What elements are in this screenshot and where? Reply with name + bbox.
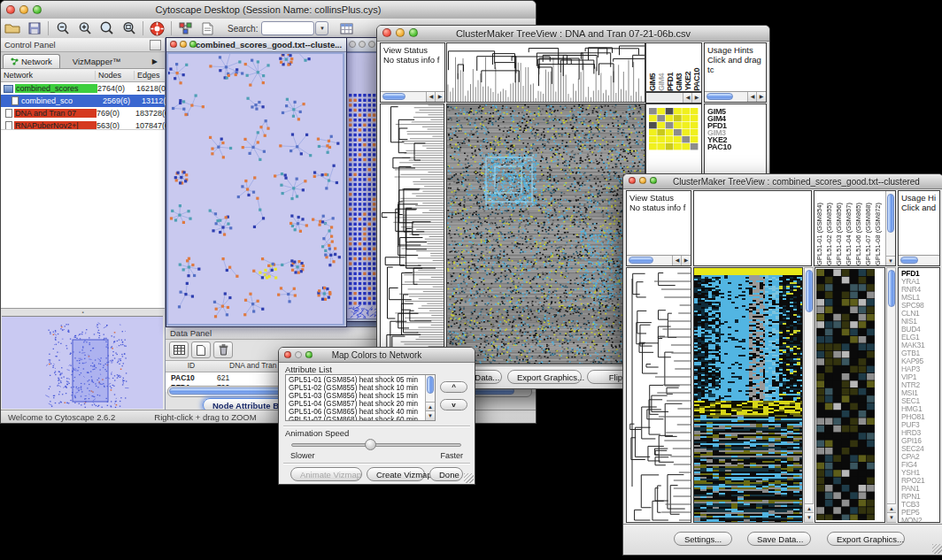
zoom-button[interactable]	[305, 351, 313, 358]
zoom-button[interactable]	[368, 41, 375, 48]
attribute-item[interactable]: GPL51-02 (GSM855) heat shock 10 min	[289, 384, 435, 392]
close-button[interactable]	[629, 177, 636, 184]
column-label[interactable]: GPL51-06 (GSM865)	[854, 203, 864, 265]
column-dendrogram[interactable]	[446, 42, 645, 103]
vscroll-thumb[interactable]	[887, 194, 894, 233]
network-table-row[interactable]: combined_scores 2764(0) 16218(0)	[1, 82, 165, 95]
delete-attribute-button[interactable]	[213, 341, 233, 358]
done-button[interactable]: Done	[429, 467, 463, 481]
attribute-item[interactable]: GPL51-04 (GSM857) heat shock 20 min	[289, 400, 435, 408]
tabs-more-button[interactable]: ▶	[145, 55, 165, 68]
search-input[interactable]	[261, 21, 314, 35]
column-label[interactable]: GPL51-07 (GSM868)	[864, 203, 874, 265]
zoom-out-button[interactable]	[51, 19, 73, 37]
row-label[interactable]: PAC10	[707, 143, 766, 150]
network-window-titlebar[interactable]: combined_scores_good.txt--cluste...	[166, 38, 346, 52]
row-dendrogram[interactable]	[380, 104, 444, 364]
hscroll-thumb[interactable]	[629, 257, 653, 264]
map-dialog-titlebar[interactable]: Map Colors to Network	[279, 348, 475, 363]
attribute-item[interactable]: GPL51-03 (GSM856) heat shock 15 min	[289, 392, 435, 400]
heatmap-global-view[interactable]	[446, 104, 645, 364]
zoom-in-button[interactable]	[73, 19, 96, 37]
attribute-item[interactable]: GPL51-07 (GSM868) heat shock 60 min	[289, 416, 435, 421]
tab-vizmapper[interactable]: VizMapper™	[66, 55, 128, 68]
close-button[interactable]	[284, 351, 291, 358]
zoom-fit-button[interactable]	[118, 19, 140, 37]
settings-button[interactable]: Settings...	[674, 532, 732, 546]
hscroll-thumb[interactable]	[382, 93, 405, 100]
column-label[interactable]: GPL51-04 (GSM857)	[845, 203, 854, 265]
zoom-button[interactable]	[650, 177, 657, 184]
open-session-button[interactable]	[1, 19, 23, 37]
hscroll-thumb[interactable]	[706, 93, 733, 100]
minimize-button[interactable]	[180, 41, 187, 48]
column-label[interactable]: GPL51-08 (GSM872)	[874, 203, 884, 265]
scroll-down-arrow[interactable]: ▼	[426, 410, 435, 420]
heatmap-zoom-view[interactable]	[816, 269, 875, 520]
help-button[interactable]	[146, 19, 168, 37]
cytoscape-titlebar[interactable]: Cytoscape Desktop (Session Name: collins…	[1, 1, 536, 19]
network-table-row[interactable]: DNA and Tran 07 769(0) 183728(0)	[1, 107, 165, 119]
view-status-hscrollbar[interactable]: ◀ ▶	[381, 91, 444, 102]
scroll-right-arrow[interactable]: ▶	[691, 93, 701, 103]
zoom-selected-button[interactable]	[96, 19, 118, 37]
column-label[interactable]: GPL51-02 (GSM855)	[825, 203, 835, 265]
scroll-right-arrow[interactable]: ▶	[756, 92, 766, 102]
scroll-down-arrow[interactable]: ▼	[887, 512, 896, 522]
heatmap-global-view[interactable]	[693, 267, 803, 523]
export-graphics-button[interactable]: Export Graphics...	[507, 370, 582, 384]
minimize-button[interactable]	[639, 177, 646, 184]
column-label[interactable]: GIM3	[675, 73, 683, 91]
vscroll-thumb[interactable]	[806, 270, 813, 312]
tab-network[interactable]: Network	[3, 54, 60, 68]
move-attribute-down-button[interactable]: v	[440, 399, 467, 410]
gene-label[interactable]: MON2	[901, 517, 939, 523]
save-data-button[interactable]: Save Data...	[747, 532, 811, 546]
zoom-button[interactable]	[33, 5, 42, 14]
network-table-row[interactable]: combined_sco 2569(6) 13112(15)	[1, 95, 165, 107]
close-button[interactable]	[170, 41, 177, 48]
minimize-button[interactable]	[359, 41, 366, 48]
export-graphics-button[interactable]: Export Graphics...	[827, 532, 905, 546]
row-dendrogram[interactable]	[626, 267, 691, 523]
import-table-button[interactable]	[336, 19, 358, 37]
minimize-button[interactable]	[295, 351, 302, 358]
annotation-button[interactable]	[197, 19, 219, 37]
animation-speed-slider[interactable]	[291, 443, 461, 447]
resize-grip[interactable]	[464, 473, 474, 483]
zoom-button[interactable]	[409, 28, 418, 37]
close-button[interactable]	[349, 41, 356, 48]
column-label[interactable]: PAC10	[692, 68, 701, 91]
usage-hints-hscrollbar[interactable]	[899, 255, 939, 265]
close-button[interactable]	[6, 5, 15, 14]
search-dropdown-arrow[interactable]: ▼	[315, 21, 328, 35]
minimize-button[interactable]	[19, 5, 28, 14]
hscroll-thumb[interactable]	[900, 257, 918, 264]
network-canvas[interactable]	[166, 52, 344, 326]
move-attribute-up-button[interactable]: ^	[440, 381, 467, 393]
zoom-button[interactable]	[189, 41, 197, 48]
column-label[interactable]: GIM5	[648, 73, 657, 91]
column-label[interactable]: GPL51-01 (GSM854)	[815, 203, 825, 265]
animate-vizmap-button[interactable]: Animate Vizmap	[290, 467, 362, 481]
attribute-item[interactable]: GPL51-01 (GSM854) heat shock 05 min	[289, 376, 435, 384]
treeview1-titlebar[interactable]: ClusterMaker TreeView : DNA and Tran 07-…	[377, 26, 769, 42]
column-label[interactable]: GIM4	[657, 73, 666, 91]
create-vizmap-button[interactable]: Create Vizmap	[367, 467, 425, 481]
column-label[interactable]: YKE2	[683, 72, 692, 91]
vizmapper-button[interactable]	[174, 19, 197, 37]
heatmap-zoom-view[interactable]	[649, 108, 699, 150]
column-labels-vscrollbar[interactable]: ▼	[885, 191, 895, 265]
scroll-right-arrow[interactable]: ▶	[681, 256, 691, 265]
heatmap-vscrollbar[interactable]: ▲ ▼	[804, 267, 814, 523]
minimize-button[interactable]	[396, 28, 405, 37]
view-status-hscrollbar[interactable]: ◀ ▶	[627, 255, 691, 265]
save-session-button[interactable]	[23, 19, 45, 37]
column-labels-scroll-strip[interactable]: ◀ ▶	[645, 92, 702, 104]
attribute-item[interactable]: GPL51-06 (GSM865) heat shock 40 min	[289, 408, 435, 416]
float-panel-icon[interactable]	[150, 40, 161, 50]
vscroll-thumb[interactable]	[888, 270, 895, 307]
vscroll-thumb[interactable]	[427, 376, 434, 394]
slider-thumb[interactable]	[365, 439, 376, 450]
scroll-down-arrow[interactable]: ▼	[805, 512, 814, 522]
